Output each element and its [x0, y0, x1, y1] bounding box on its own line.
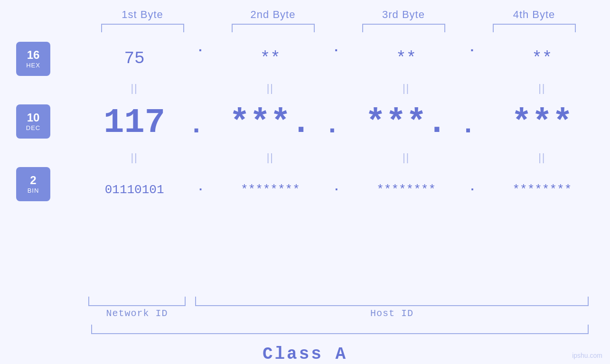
top-bracket-2	[232, 24, 315, 32]
hex-row: 75 . ** . ** . **	[66, 37, 610, 80]
equals-2-4: ||	[538, 151, 545, 164]
dec-value-4: ***	[511, 103, 573, 142]
main-container: 1st Byte 2nd Byte 3rd Byte 4th Byte 16 H…	[0, 0, 610, 364]
network-id-label: Network ID	[88, 308, 186, 319]
bin-row: 01110101 . ******** . ******** . *******…	[66, 166, 610, 214]
bin-value-2: ********	[241, 183, 300, 197]
dec-value-2: ***.	[229, 103, 311, 142]
dec-row: 117 . ***. . ***. . ***	[66, 97, 610, 149]
top-bracket-cell-4	[469, 24, 600, 32]
indiv-labels: Network ID Host ID	[66, 308, 589, 319]
dec-badge-number: 10	[27, 112, 40, 124]
data-columns: 75 . ** . ** . ** ||	[66, 37, 610, 214]
top-bracket-cell-1	[77, 24, 208, 32]
bin-value-1: 01110101	[105, 183, 164, 197]
equals-2-3: ||	[403, 151, 410, 164]
content-area: 16 HEX 10 DEC 2 BIN 75 . **	[0, 37, 610, 293]
bin-badge-number: 2	[30, 174, 36, 187]
dec-dot-1: .	[188, 110, 205, 140]
bin-cell-4: ********	[474, 183, 610, 197]
bin-cell-2: ******** .	[202, 183, 338, 197]
equals-row-1: || || || ||	[66, 80, 610, 97]
hex-cell-3: ** .	[338, 49, 474, 68]
indiv-brackets	[66, 297, 589, 306]
dec-cell-3: ***. .	[338, 103, 474, 142]
equals-1-2: ||	[267, 82, 274, 94]
hex-badge-number: 16	[27, 49, 40, 61]
hex-value-3: **	[396, 49, 416, 68]
top-bracket-1	[101, 24, 184, 32]
bin-cell-1: 01110101 .	[66, 183, 202, 197]
dec-cell-4: ***	[474, 103, 610, 142]
equals-cell-1-3: ||	[338, 82, 474, 94]
class-bracket	[91, 325, 589, 334]
dec-value-1: 117	[103, 103, 165, 142]
class-text-row: Class A	[0, 338, 610, 364]
host-id-bracket	[195, 297, 589, 306]
dec-dot-2: .	[324, 110, 340, 140]
equals-cell-2-1: ||	[66, 151, 202, 164]
watermark: ipshu.com	[572, 352, 602, 359]
hex-cell-1: 75 .	[66, 49, 202, 68]
hex-badge-label: HEX	[26, 62, 40, 69]
byte-header-2: 2nd Byte	[208, 9, 338, 21]
dec-badge: 10 DEC	[16, 104, 50, 139]
hex-cell-2: ** .	[202, 49, 338, 68]
equals-cell-1-4: ||	[474, 82, 610, 94]
network-id-bracket	[88, 297, 186, 306]
byte-header-1: 1st Byte	[77, 9, 208, 21]
equals-1-1: ||	[131, 82, 138, 94]
class-label: Class A	[263, 345, 347, 364]
dec-cell-2: ***. .	[202, 103, 338, 142]
equals-cell-1-2: ||	[202, 82, 338, 94]
equals-2-1: ||	[131, 151, 138, 164]
dec-value-3: ***.	[365, 103, 447, 142]
bin-badge-label: BIN	[28, 187, 39, 194]
badge-column: 16 HEX 10 DEC 2 BIN	[0, 37, 66, 201]
dec-dot-3: .	[460, 110, 476, 140]
top-bracket-cell-2	[208, 24, 338, 32]
hex-value-4: **	[532, 49, 552, 68]
top-brackets	[77, 24, 600, 32]
bottom-section: Network ID Host ID	[0, 295, 610, 319]
byte-header-4: 4th Byte	[469, 9, 600, 21]
bin-value-3: ********	[376, 183, 436, 197]
top-bracket-3	[362, 24, 445, 32]
host-id-label: Host ID	[195, 308, 589, 319]
dec-badge-label: DEC	[26, 124, 40, 131]
bin-badge: 2 BIN	[16, 167, 50, 201]
dec-cell-1: 117 .	[66, 103, 202, 142]
equals-cell-1-1: ||	[66, 82, 202, 94]
byte-headers-row: 1st Byte 2nd Byte 3rd Byte 4th Byte	[77, 9, 600, 21]
equals-row-2: || || || ||	[66, 149, 610, 166]
equals-cell-2-3: ||	[338, 151, 474, 164]
bin-value-4: ********	[512, 183, 572, 197]
equals-cell-2-2: ||	[202, 151, 338, 164]
top-bracket-4	[493, 24, 576, 32]
hex-value-1: 75	[124, 49, 145, 68]
equals-1-4: ||	[538, 82, 545, 94]
bin-cell-3: ******** .	[338, 183, 474, 197]
byte-header-3: 3rd Byte	[338, 9, 469, 21]
equals-2-2: ||	[267, 151, 274, 164]
top-bracket-cell-3	[338, 24, 469, 32]
equals-1-3: ||	[403, 82, 410, 94]
hex-cell-4: **	[474, 49, 610, 68]
equals-cell-2-4: ||	[474, 151, 610, 164]
class-section: Class A	[0, 322, 610, 364]
hex-badge: 16 HEX	[16, 42, 50, 76]
hex-value-2: **	[260, 49, 281, 68]
